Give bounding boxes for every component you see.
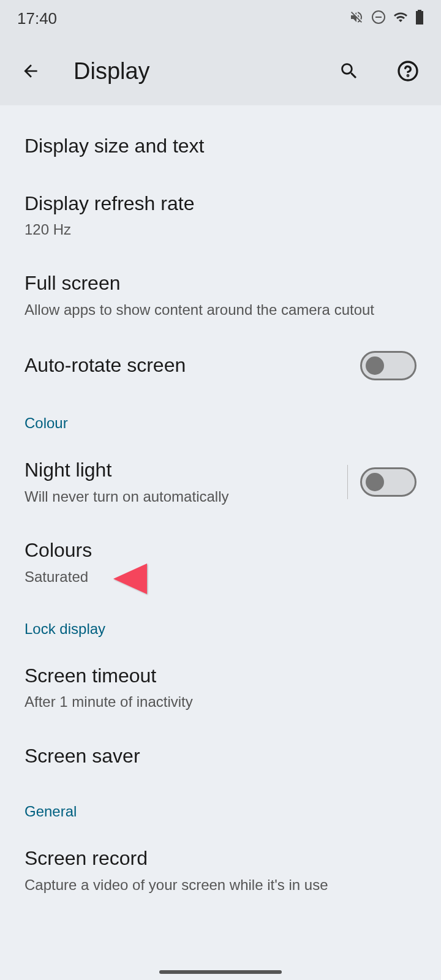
setting-title: Screen record xyxy=(24,846,417,872)
setting-subtitle: Will never turn on automatically xyxy=(24,487,347,506)
battery-icon xyxy=(415,10,424,27)
wifi-icon xyxy=(393,10,408,27)
setting-title: Screen saver xyxy=(24,744,417,769)
section-general: General xyxy=(0,785,441,830)
setting-title: Screen timeout xyxy=(24,663,417,689)
setting-title: Colours xyxy=(24,538,417,564)
status-icons xyxy=(349,10,424,27)
page-title: Display xyxy=(74,58,150,85)
section-lock-display: Lock display xyxy=(0,602,441,647)
search-button[interactable] xyxy=(334,56,364,86)
status-time: 17:40 xyxy=(17,9,57,28)
setting-subtitle: Saturated xyxy=(24,567,417,586)
night-light-toggle[interactable] xyxy=(360,467,417,497)
setting-subtitle: Allow apps to show content around the ca… xyxy=(24,300,417,319)
setting-subtitle: After 1 minute of inactivity xyxy=(24,692,417,711)
setting-auto-rotate[interactable]: Auto-rotate screen xyxy=(0,335,441,396)
help-button[interactable] xyxy=(393,56,423,86)
dnd-icon xyxy=(371,10,386,27)
status-bar: 17:40 xyxy=(0,0,441,37)
setting-display-size-text[interactable]: Display size and text xyxy=(0,118,441,175)
setting-screen-saver[interactable]: Screen saver xyxy=(0,728,441,785)
setting-title: Auto-rotate screen xyxy=(24,353,360,379)
svg-point-3 xyxy=(407,75,409,77)
app-bar: Display xyxy=(0,37,441,105)
setting-night-light[interactable]: Night light Will never turn on automatic… xyxy=(0,442,441,522)
nav-bar-handle[interactable] xyxy=(159,970,282,974)
setting-title: Night light xyxy=(24,458,347,483)
mute-icon xyxy=(349,10,364,27)
setting-title: Display size and text xyxy=(24,134,417,159)
setting-colours[interactable]: Colours Saturated xyxy=(0,522,441,602)
divider xyxy=(347,465,348,499)
setting-subtitle: 120 Hz xyxy=(24,220,417,239)
setting-full-screen[interactable]: Full screen Allow apps to show content a… xyxy=(0,255,441,335)
setting-title: Display refresh rate xyxy=(24,191,417,217)
back-button[interactable] xyxy=(18,59,43,83)
auto-rotate-toggle[interactable] xyxy=(360,351,417,380)
setting-screen-record[interactable]: Screen record Capture a video of your sc… xyxy=(0,830,441,910)
setting-title: Full screen xyxy=(24,271,417,296)
setting-refresh-rate[interactable]: Display refresh rate 120 Hz xyxy=(0,175,441,255)
section-colour: Colour xyxy=(0,396,441,442)
setting-subtitle: Capture a video of your screen while it'… xyxy=(24,875,417,894)
setting-screen-timeout[interactable]: Screen timeout After 1 minute of inactiv… xyxy=(0,647,441,728)
settings-content: Display size and text Display refresh ra… xyxy=(0,105,441,922)
